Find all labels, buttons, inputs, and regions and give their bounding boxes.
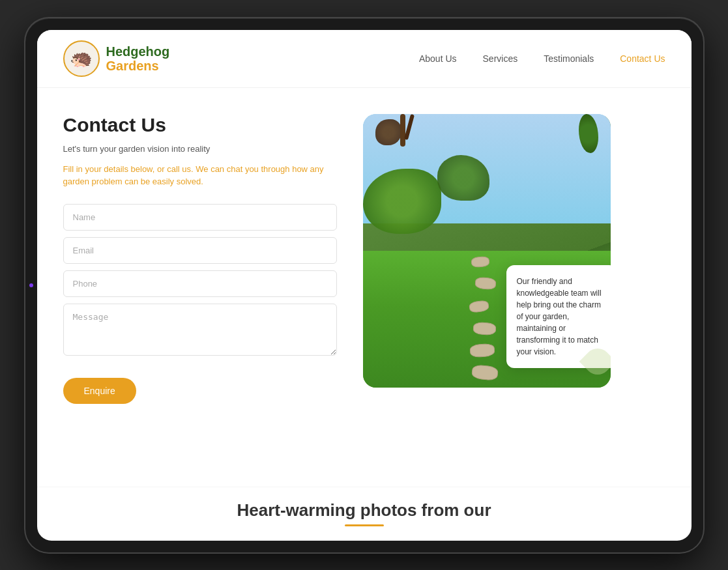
message-field-group: [63, 304, 337, 358]
logo-text: Hedgehog Gardens: [106, 44, 170, 73]
contact-subtitle: Let's turn your garden vision into reali…: [63, 144, 337, 154]
enquire-button[interactable]: Enquire: [63, 378, 136, 404]
nav-links: About Us Services Testimonials Contact U…: [419, 53, 665, 64]
main-content: Contact Us Let's turn your garden vision…: [37, 88, 692, 487]
info-card: Our friendly and knowledgeable team will…: [506, 265, 611, 368]
form-side: Contact Us Let's turn your garden vision…: [63, 114, 337, 467]
contact-description: Fill in your details below, or call us. …: [63, 163, 337, 188]
logo-line1: Hedgehog: [106, 44, 170, 59]
logo-area: 🦔 Hedgehog Gardens: [63, 40, 419, 77]
email-field-group: [63, 237, 337, 264]
phone-input[interactable]: [63, 270, 337, 297]
phone-field-group: [63, 270, 337, 297]
stone-path: [467, 237, 506, 388]
stone-5: [470, 343, 495, 358]
stone-4: [473, 322, 496, 335]
logo-icon: 🦔: [63, 40, 100, 77]
nav-contact[interactable]: Contact Us: [620, 53, 665, 64]
bottom-title: Heart-warming photos from our: [63, 500, 665, 520]
navigation: 🦔 Hedgehog Gardens About Us Services Tes…: [37, 30, 692, 88]
stone-2: [474, 277, 496, 291]
nav-about[interactable]: About Us: [419, 53, 457, 64]
nav-testimonials[interactable]: Testimonials: [544, 53, 594, 64]
logo-line2: Gardens: [106, 59, 170, 73]
name-input[interactable]: [63, 204, 337, 231]
bottom-underline-decoration: [345, 524, 384, 526]
tablet-frame: 🦔 Hedgehog Gardens About Us Services Tes…: [25, 18, 703, 552]
bottom-section: Heart-warming photos from our: [37, 487, 692, 539]
bare-trunk-1: [400, 114, 405, 147]
message-textarea[interactable]: [63, 304, 337, 356]
stone-1: [471, 256, 489, 268]
stone-6: [471, 364, 499, 381]
bare-tree-left: [375, 119, 401, 145]
nav-services[interactable]: Services: [483, 53, 518, 64]
tablet-screen: 🦔 Hedgehog Gardens About Us Services Tes…: [37, 30, 692, 541]
email-input[interactable]: [63, 237, 337, 264]
name-field-group: [63, 204, 337, 231]
page-title: Contact Us: [63, 114, 337, 136]
info-card-text: Our friendly and knowledgeable team will…: [517, 276, 607, 358]
image-side: Our friendly and knowledgeable team will…: [363, 114, 611, 467]
garden-image: Our friendly and knowledgeable team will…: [363, 114, 611, 388]
logo-emoji: 🦔: [70, 48, 93, 69]
stone-3: [468, 300, 489, 313]
